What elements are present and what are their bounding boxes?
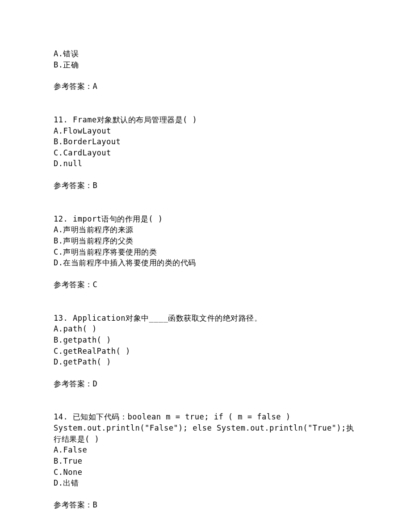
option-a: A.path( ) xyxy=(54,323,357,335)
question-stem: 11. Frame对象默认的布局管理器是( ) xyxy=(54,114,357,126)
option-d: D.getPath( ) xyxy=(54,356,357,368)
answer-line: 参考答案：B xyxy=(54,499,357,511)
question-stem: 13. Application对象中____函数获取文件的绝对路径。 xyxy=(54,313,357,324)
option-a: A.False xyxy=(54,444,357,456)
question-10: A.错误 B.正确 参考答案：A xyxy=(54,48,357,92)
question-stem: 12. import语句的作用是( ) xyxy=(54,214,357,225)
option-b: B.声明当前程序的父类 xyxy=(54,235,357,247)
answer-line: 参考答案：C xyxy=(54,279,357,290)
option-c: C.getRealPath( ) xyxy=(54,346,357,357)
question-14: 14. 已知如下代码：boolean m = true; if ( m = fa… xyxy=(54,411,357,510)
question-stem: 14. 已知如下代码：boolean m = true; if ( m = fa… xyxy=(54,411,357,444)
option-d: D.null xyxy=(54,158,357,169)
answer-line: 参考答案：B xyxy=(54,180,357,191)
option-a: A.声明当前程序的来源 xyxy=(54,224,357,235)
option-c: C.None xyxy=(54,467,357,478)
option-a: A.FlowLayout xyxy=(54,126,357,137)
option-b: B.getpath( ) xyxy=(54,335,357,346)
option-c: C.CardLayout xyxy=(54,147,357,159)
question-13: 13. Application对象中____函数获取文件的绝对路径。 A.pat… xyxy=(54,313,357,390)
option-b: B.正确 xyxy=(54,59,357,71)
question-11: 11. Frame对象默认的布局管理器是( ) A.FlowLayout B.B… xyxy=(54,114,357,191)
answer-line: 参考答案：A xyxy=(54,81,357,92)
option-a: A.错误 xyxy=(54,48,357,59)
option-d: D.出错 xyxy=(54,478,357,489)
option-c: C.声明当前程序将要使用的类 xyxy=(54,247,357,258)
question-12: 12. import语句的作用是( ) A.声明当前程序的来源 B.声明当前程序… xyxy=(54,214,357,290)
answer-line: 参考答案：D xyxy=(54,378,357,390)
option-b: B.True xyxy=(54,456,357,467)
option-d: D.在当前程序中插入将要使用的类的代码 xyxy=(54,257,357,268)
option-b: B.BorderLayout xyxy=(54,136,357,147)
